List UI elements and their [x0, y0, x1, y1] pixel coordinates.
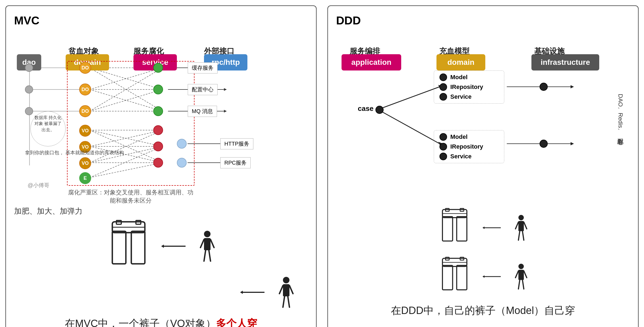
mvc-diagram: 贫血对象 服务腐化 外部接口 dao domain service rpc/ht…	[14, 33, 308, 195]
green-circle-3	[153, 106, 163, 116]
svg-rect-74	[457, 217, 467, 241]
ddd-arrow-2	[482, 272, 503, 281]
svg-rect-81	[518, 221, 524, 231]
ddd-row-2	[438, 255, 528, 298]
green-circle-1	[153, 63, 163, 73]
domain-group-2: Model IRepository Service	[434, 130, 504, 163]
svg-point-94	[518, 264, 524, 269]
g2-irepo-circle	[439, 143, 447, 150]
group1-irepo-row: IRepository	[439, 83, 499, 91]
svg-line-98	[518, 280, 520, 289]
ddd-diagram: 服务编排 充血模型 基础设施 application domain infras…	[336, 33, 630, 195]
svg-rect-39	[112, 231, 126, 264]
g2-model-circle	[439, 133, 447, 141]
corruption-zone-label: 腐化严重区：对象交叉使用、服务相互调用、功能和服务未区分	[67, 188, 195, 205]
watermark: @小傅哥	[28, 182, 49, 189]
vo-circle-1: VO	[79, 125, 91, 137]
infrastructure-box: infrastructure	[531, 54, 599, 70]
arrow-left-1	[161, 241, 188, 252]
svg-line-48	[200, 239, 204, 248]
pants-svg-1	[107, 219, 150, 273]
ddd-person-1	[514, 214, 528, 241]
do-circle-2: DO	[79, 84, 91, 95]
vo-circle-3: VO	[79, 157, 91, 169]
gray-circle-3	[25, 107, 33, 115]
infra-circle-2	[540, 140, 548, 148]
svg-line-56	[279, 286, 283, 294]
svg-marker-79	[482, 227, 484, 229]
do-circle-1: DO	[79, 62, 91, 74]
do-circle-3: DO	[79, 105, 91, 117]
svg-line-58	[283, 296, 285, 307]
svg-marker-93	[482, 275, 484, 278]
g1-service-label: Service	[450, 93, 471, 100]
group2-irepo-row: IRepository	[439, 143, 499, 150]
application-box: application	[342, 54, 401, 70]
red-circle-3	[153, 158, 163, 168]
svg-line-57	[289, 286, 293, 294]
mvc-title: MVC	[14, 14, 308, 27]
svg-line-84	[518, 231, 520, 240]
case-circle	[375, 106, 384, 114]
red-circle-1	[153, 125, 163, 135]
http-service-label: HTTP服务	[220, 138, 253, 149]
svg-point-80	[518, 215, 524, 220]
svg-line-99	[522, 280, 524, 289]
ddd-panel: DDD 服务	[327, 5, 639, 327]
red-circle-2	[153, 142, 163, 151]
svg-rect-95	[518, 270, 524, 280]
annotation-bubble: 数据库 持久化对象 被暴漏了出去。	[30, 111, 66, 146]
svg-point-46	[204, 231, 211, 237]
ddd-bottom-caption: 在DDD中，自己的裤子（Model）自己穿	[391, 304, 575, 318]
mq-label: MQ 消息	[188, 106, 217, 117]
gray-circle-1	[25, 64, 33, 72]
lightblue-circle-2	[177, 158, 187, 168]
svg-line-59	[288, 296, 289, 307]
svg-line-62	[381, 111, 440, 144]
main-container: MVC	[5, 5, 639, 327]
svg-point-54	[283, 277, 289, 283]
svg-line-49	[211, 239, 214, 248]
lightblue-circle-1	[177, 139, 187, 149]
arrow-left-2	[240, 287, 267, 298]
group2-service-row: Service	[439, 153, 499, 160]
cache-service-label: 缓存服务	[188, 62, 218, 73]
green-circle-2	[153, 85, 163, 94]
svg-line-51	[209, 250, 211, 261]
svg-rect-55	[283, 284, 289, 296]
svg-rect-40	[131, 231, 145, 264]
g1-irepo-circle	[439, 83, 447, 91]
svg-marker-45	[161, 245, 164, 248]
svg-line-83	[524, 222, 527, 229]
side-label-text: DAO、Redis、配置中心	[616, 94, 624, 134]
ddd-pants-rows	[438, 206, 528, 298]
config-center-label: 配置中心	[188, 84, 218, 95]
ddd-person-2	[514, 263, 528, 290]
mvc-panel: MVC	[5, 5, 317, 327]
dao-redis-label: DAO、Redis、配置中心	[616, 73, 624, 155]
mvc-pants-label: 加肥、加大、加弹力	[14, 206, 82, 216]
svg-marker-32	[224, 110, 227, 113]
svg-rect-73	[442, 217, 453, 241]
group2-model-row: Model	[439, 133, 499, 141]
svg-line-50	[204, 250, 206, 261]
ddd-title: DDD	[336, 14, 630, 27]
g1-model-circle	[439, 73, 447, 81]
ddd-domain-box: domain	[436, 54, 485, 70]
svg-rect-87	[442, 265, 453, 290]
g1-service-circle	[439, 93, 447, 101]
svg-line-97	[524, 271, 527, 278]
svg-marker-53	[240, 291, 243, 294]
rpc-service-label: RPC服务	[220, 157, 251, 168]
mvc-red-text: 多个人穿	[216, 318, 257, 327]
g2-service-label: Service	[450, 153, 471, 160]
svg-line-82	[515, 222, 518, 229]
svg-line-96	[515, 271, 518, 278]
case-label: case	[358, 104, 374, 113]
group1-model-row: Model	[439, 73, 499, 81]
mvc-bottom-caption: 在MVC中，一个裤子（VO对象）多个人穿	[65, 317, 257, 327]
mvc-pants-row1	[107, 219, 215, 273]
e-circle: E	[79, 172, 91, 184]
g2-irepo-label: IRepository	[450, 143, 483, 150]
mvc-bottom: 加肥、加大、加弹力	[14, 206, 308, 327]
